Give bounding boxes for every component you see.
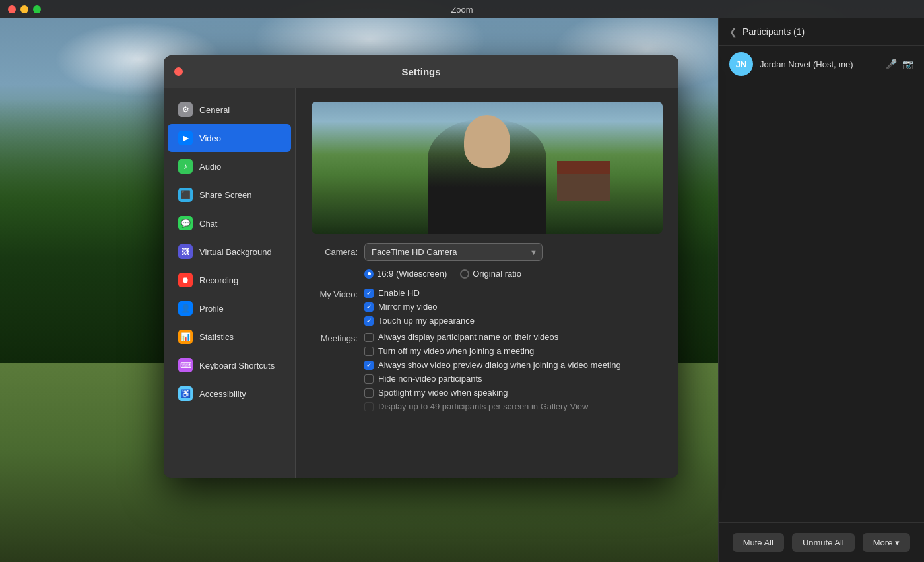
- titlebar-title: Zoom: [451, 5, 473, 15]
- 49-participants-checkbox: [364, 402, 374, 411]
- sidebar-item-keyboard-shortcuts[interactable]: ⌨ Keyboard Shortcuts: [168, 351, 291, 379]
- participants-header: ❮ Participants (1): [719, 18, 924, 46]
- profile-icon: 👤: [178, 301, 193, 316]
- sidebar-item-accessibility[interactable]: ♿ Accessibility: [168, 380, 291, 407]
- barn: [557, 161, 610, 201]
- radio-original-btn: [460, 269, 469, 279]
- mute-all-button[interactable]: Mute All: [733, 533, 784, 552]
- settings-dialog: Settings ⚙ General ▶ Video ♪ Audio: [164, 55, 678, 478]
- checkbox-spotlight[interactable]: Spotlight my video when speaking: [364, 388, 663, 398]
- audio-icon: ♪: [178, 159, 193, 174]
- accessibility-icon: ♿: [178, 386, 193, 401]
- more-chevron-icon: ▾: [895, 538, 900, 547]
- hide-non-video-checkbox: [364, 374, 374, 384]
- participant-avatar: JN: [729, 52, 753, 76]
- sidebar-item-chat[interactable]: 💬 Chat: [168, 209, 291, 237]
- mirror-video-label: Mirror my video: [378, 302, 438, 312]
- checkbox-always-display-name[interactable]: Always display participant name on their…: [364, 332, 663, 342]
- sidebar-accessibility-label: Accessibility: [199, 389, 246, 399]
- recording-icon: ⏺: [178, 273, 193, 287]
- sidebar-video-label: Video: [199, 133, 221, 143]
- unmute-all-button[interactable]: Unmute All: [792, 533, 855, 552]
- hide-non-video-label: Hide non-video participants: [378, 374, 482, 384]
- turn-off-video-label: Turn off my video when joining a meeting: [378, 346, 534, 356]
- sidebar-item-share-screen[interactable]: ⬛ Share Screen: [168, 181, 291, 209]
- sidebar-chat-label: Chat: [199, 219, 217, 228]
- sidebar-item-statistics[interactable]: 📊 Statistics: [168, 323, 291, 351]
- more-button[interactable]: More ▾: [863, 533, 911, 552]
- participant-initials: JN: [736, 59, 747, 69]
- turn-off-video-checkbox: [364, 347, 374, 356]
- meetings-checkboxes: Always display participant name on their…: [364, 332, 663, 411]
- checkbox-touch-up[interactable]: Touch up my appearance: [364, 316, 663, 326]
- video-preview: [312, 102, 663, 234]
- gear-icon: ⚙: [178, 102, 193, 117]
- always-display-name-checkbox: [364, 333, 374, 342]
- close-dot[interactable]: [8, 5, 16, 13]
- mirror-video-checkbox: [364, 302, 374, 312]
- titlebar: Zoom: [0, 0, 924, 18]
- checkbox-turn-off-video[interactable]: Turn off my video when joining a meeting: [364, 346, 663, 356]
- participant-row: JN Jordan Novet (Host, me) 🎤 📷: [719, 46, 924, 83]
- sidebar-item-recording[interactable]: ⏺ Recording: [168, 266, 291, 294]
- enable-hd-checkbox: [364, 289, 374, 298]
- maximize-dot[interactable]: [33, 5, 41, 13]
- settings-header: Settings: [164, 55, 678, 88]
- spotlight-label: Spotlight my video when speaking: [378, 388, 508, 398]
- participant-icons: 🎤 📷: [886, 59, 913, 69]
- aspect-ratio-group: 16:9 (Widescreen) Original ratio: [312, 269, 663, 279]
- checkbox-always-show-preview[interactable]: Always show video preview dialog when jo…: [364, 360, 663, 370]
- video-icon: ▶: [178, 131, 193, 145]
- sidebar-statistics-label: Statistics: [199, 332, 234, 342]
- checkbox-hide-non-video[interactable]: Hide non-video participants: [364, 374, 663, 384]
- participants-title: Participants (1): [742, 26, 805, 37]
- always-show-preview-checkbox: [364, 361, 374, 370]
- microphone-icon: 🎤: [886, 59, 897, 69]
- sidebar-item-virtual-background[interactable]: 🖼 Virtual Background: [168, 238, 291, 265]
- settings-body: ⚙ General ▶ Video ♪ Audio ⬛ Sh: [164, 88, 678, 478]
- sidebar-item-general[interactable]: ⚙ General: [168, 96, 291, 123]
- sidebar-item-profile[interactable]: 👤 Profile: [168, 295, 291, 322]
- always-display-name-label: Always display participant name on their…: [378, 332, 558, 342]
- settings-sidebar: ⚙ General ▶ Video ♪ Audio ⬛ Sh: [164, 88, 296, 478]
- settings-content: Camera: FaceTime HD Camera USB Camera OB…: [296, 88, 678, 478]
- enable-hd-label: Enable HD: [378, 288, 420, 298]
- chevron-icon: ❮: [729, 26, 737, 37]
- my-video-checkboxes: Enable HD Mirror my video Touch up my ap…: [364, 288, 663, 326]
- statistics-icon: 📊: [178, 330, 193, 344]
- keyboard-icon: ⌨: [178, 358, 193, 372]
- person-head: [464, 115, 510, 168]
- radio-original[interactable]: Original ratio: [460, 269, 521, 279]
- sidebar-item-audio[interactable]: ♪ Audio: [168, 153, 291, 180]
- radio-original-label: Original ratio: [473, 269, 521, 279]
- radio-widescreen-label: 16:9 (Widescreen): [377, 269, 447, 279]
- my-video-label: My Video:: [312, 288, 358, 299]
- sidebar-item-video[interactable]: ▶ Video: [168, 124, 291, 152]
- traffic-lights: [8, 5, 41, 13]
- sidebar-share-label: Share Screen: [199, 190, 252, 200]
- radio-widescreen-btn: [364, 269, 374, 279]
- participants-panel: ❮ Participants (1) JN Jordan Novet (Host…: [718, 18, 924, 522]
- touch-up-checkbox: [364, 316, 374, 326]
- camera-icon: 📷: [902, 59, 913, 69]
- spotlight-checkbox: [364, 388, 374, 398]
- meetings-label: Meetings:: [312, 332, 358, 343]
- participant-name: Jordan Novet (Host, me): [760, 59, 879, 69]
- sidebar-general-label: General: [199, 105, 230, 115]
- participants-bottom-bar: Mute All Unmute All More ▾: [718, 522, 924, 562]
- checkbox-enable-hd[interactable]: Enable HD: [364, 288, 663, 298]
- settings-close-button[interactable]: [174, 67, 183, 76]
- sidebar-profile-label: Profile: [199, 304, 224, 314]
- more-label: More: [873, 538, 893, 547]
- meetings-section: Meetings: Always display participant nam…: [312, 332, 663, 411]
- sidebar-audio-label: Audio: [199, 162, 221, 172]
- minimize-dot[interactable]: [20, 5, 28, 13]
- camera-select-wrapper: FaceTime HD Camera USB Camera OBS Virtua…: [364, 243, 543, 261]
- sidebar-vbg-label: Virtual Background: [199, 247, 272, 257]
- checkbox-mirror-video[interactable]: Mirror my video: [364, 302, 663, 312]
- 49-participants-label: Display up to 49 participants per screen…: [378, 402, 588, 411]
- radio-widescreen[interactable]: 16:9 (Widescreen): [364, 269, 447, 279]
- camera-row: Camera: FaceTime HD Camera USB Camera OB…: [312, 243, 663, 261]
- camera-select[interactable]: FaceTime HD Camera USB Camera OBS Virtua…: [364, 243, 543, 261]
- virtual-background-icon: 🖼: [178, 244, 193, 259]
